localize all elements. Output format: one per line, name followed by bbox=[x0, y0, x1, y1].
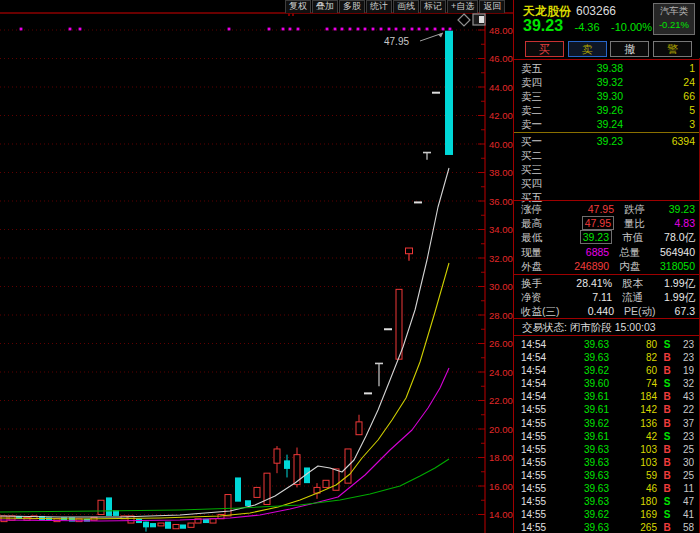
stat-value: 47.95 bbox=[565, 202, 614, 216]
toolbar-button-4[interactable]: 画线 bbox=[393, 0, 419, 13]
toolbar-button-0[interactable]: 复权 bbox=[285, 0, 311, 13]
toolbar-button-2[interactable]: 多股 bbox=[339, 0, 365, 13]
last-price: 39.23 bbox=[523, 17, 563, 34]
book-label: 卖四 bbox=[521, 75, 557, 89]
price-axis-label: 40.00 bbox=[489, 139, 513, 150]
candle-up bbox=[225, 495, 231, 516]
book-price: 39.30 bbox=[557, 89, 623, 103]
stat-value: 0.440 bbox=[565, 304, 614, 318]
sector-name: 汽车类 bbox=[654, 4, 694, 18]
stat-value[interactable]: 47.95 bbox=[565, 216, 614, 230]
trade-price: 39.62 bbox=[555, 417, 609, 430]
ask-row[interactable]: 卖一39.243 bbox=[521, 117, 695, 131]
stat-value: 39.23 bbox=[667, 202, 695, 216]
ask-row[interactable]: 卖四39.3224 bbox=[521, 75, 695, 89]
trade-volume: 60 bbox=[609, 364, 657, 377]
ask-row[interactable]: 卖五39.381 bbox=[521, 61, 695, 75]
ma-yellow-line bbox=[0, 263, 449, 519]
bid-row[interactable]: 买三 bbox=[521, 162, 695, 176]
candle-down bbox=[143, 522, 149, 528]
stat-value: 6885 bbox=[563, 245, 609, 259]
sell-button[interactable]: 卖 bbox=[568, 41, 607, 57]
candle-down bbox=[180, 524, 186, 528]
toolbar-button-1[interactable]: 叠加 bbox=[312, 0, 338, 13]
cancel-button[interactable]: 撤 bbox=[610, 41, 649, 57]
stock-name: 天龙股份 bbox=[523, 4, 571, 18]
candle-up bbox=[356, 422, 362, 435]
high-annotation: 47.95 bbox=[384, 36, 409, 47]
trade-volume: 46 bbox=[609, 482, 657, 495]
trade-volume: 103 bbox=[609, 456, 657, 469]
book-label: 卖三 bbox=[521, 89, 557, 103]
limit-up-mark bbox=[403, 28, 406, 31]
trade-count: 30 bbox=[677, 456, 694, 469]
toolbar-button-6[interactable]: +自选 bbox=[447, 0, 478, 13]
stat-row: 换手28.41%股本1.99亿 bbox=[521, 276, 695, 290]
stat-label: 换手 bbox=[521, 276, 564, 290]
stat-row: 现量6885总量564940 bbox=[521, 245, 695, 259]
stat-label: 外盘 bbox=[521, 259, 563, 273]
buy-button[interactable]: 买 bbox=[525, 41, 564, 57]
trade-row: 14:5539.61142B22 bbox=[521, 403, 694, 416]
limit-up-mark bbox=[434, 28, 437, 31]
toolbar-button-5[interactable]: 标记 bbox=[420, 0, 446, 13]
sector-box[interactable]: 汽车类 -0.21% bbox=[653, 3, 695, 35]
ask-row[interactable]: 卖三39.3066 bbox=[521, 89, 695, 103]
trade-row: 14:5439.6074S32 bbox=[521, 377, 694, 390]
trading-status: 交易状态: 闭市阶段 15:00:03 bbox=[522, 321, 656, 335]
alert-button[interactable]: 警 bbox=[653, 41, 692, 57]
trade-row: 14:5539.6359B25 bbox=[521, 469, 694, 482]
trade-side: S bbox=[657, 338, 677, 351]
candle-up bbox=[188, 523, 194, 527]
divider bbox=[514, 200, 700, 201]
stock-code: 603266 bbox=[576, 4, 616, 18]
stat-row: 净资7.11流通1.99亿 bbox=[521, 290, 695, 304]
trade-time: 14:55 bbox=[521, 417, 555, 430]
trade-count: 25 bbox=[677, 443, 694, 456]
book-volume: 66 bbox=[623, 89, 695, 103]
bid-row[interactable]: 买一39.236394 bbox=[521, 134, 695, 148]
stat-label: 市值 bbox=[622, 230, 664, 244]
candle-up bbox=[158, 523, 164, 526]
stat-value: 1.99亿 bbox=[664, 276, 695, 290]
candle-down bbox=[445, 31, 453, 155]
trade-side: B bbox=[657, 364, 677, 377]
trade-volume: 136 bbox=[609, 417, 657, 430]
limit-up-mark bbox=[418, 28, 421, 31]
stat-label: 跌停 bbox=[624, 202, 667, 216]
ma-white-line bbox=[0, 168, 449, 517]
bid-row[interactable]: 买二 bbox=[521, 148, 695, 162]
trade-price: 39.63 bbox=[555, 469, 609, 482]
book-volume: 3 bbox=[623, 117, 695, 131]
tick-trades-list[interactable]: 14:5439.6380S2314:5439.6382B2314:5439.62… bbox=[521, 338, 694, 533]
bid-row[interactable]: 买四 bbox=[521, 176, 695, 190]
price-axis-label: 26.00 bbox=[489, 338, 513, 349]
trade-count: 23 bbox=[677, 338, 694, 351]
kline-chart[interactable]: 48.0046.0044.0042.0040.0038.0036.0034.00… bbox=[0, 0, 513, 533]
trade-side: B bbox=[657, 390, 677, 403]
kline-chart-region: 48.0046.0044.0042.0040.0038.0036.0034.00… bbox=[0, 0, 513, 533]
trade-side: B bbox=[657, 521, 677, 533]
price-axis-label: 44.00 bbox=[489, 82, 513, 93]
trade-volume: 59 bbox=[609, 469, 657, 482]
toolbar-button-3[interactable]: 统计 bbox=[366, 0, 392, 13]
stat-value: 318050 bbox=[660, 259, 695, 273]
trade-time: 14:55 bbox=[521, 443, 555, 456]
quote-panel: 天龙股份603266 汽车类 -0.21% 39.23 -4.36 -10.00… bbox=[513, 0, 700, 533]
divider bbox=[514, 274, 700, 275]
trade-time: 14:55 bbox=[521, 508, 555, 521]
price-axis-label: 36.00 bbox=[489, 196, 513, 207]
book-label: 买二 bbox=[521, 148, 557, 162]
stat-value[interactable]: 39.23 bbox=[564, 230, 612, 244]
stats-block-2: 换手28.41%股本1.99亿净资7.11流通1.99亿收益(三)0.440PE… bbox=[521, 276, 695, 319]
trade-volume: 82 bbox=[609, 351, 657, 364]
trade-time: 14:54 bbox=[521, 377, 555, 390]
trade-row: 14:5539.62169S41 bbox=[521, 508, 694, 521]
trade-price: 39.63 bbox=[555, 482, 609, 495]
trade-volume: 142 bbox=[609, 403, 657, 416]
ask-row[interactable]: 卖二39.265 bbox=[521, 103, 695, 117]
trade-price: 39.63 bbox=[555, 495, 609, 508]
book-label: 卖二 bbox=[521, 103, 557, 117]
toolbar-button-7[interactable]: 返回 bbox=[479, 0, 505, 13]
trade-volume: 184 bbox=[609, 390, 657, 403]
